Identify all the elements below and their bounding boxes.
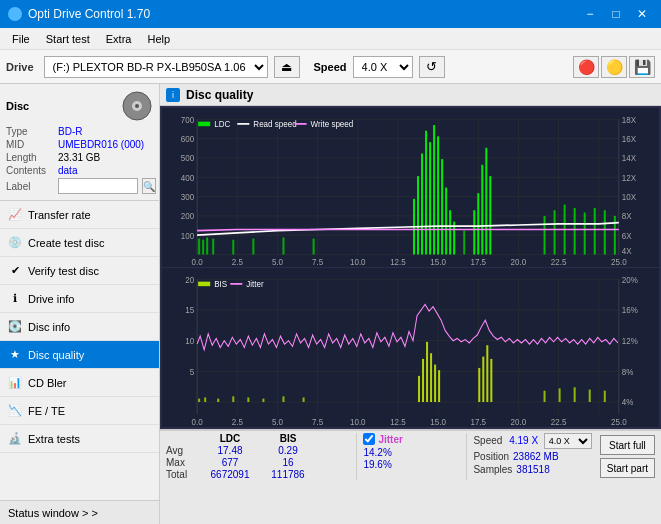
col-bis: BIS: [262, 433, 314, 444]
svg-text:20.0: 20.0: [511, 256, 527, 267]
svg-rect-50: [198, 239, 200, 255]
sidebar-item-label-extra-tests: Extra tests: [28, 433, 80, 445]
svg-rect-73: [485, 148, 487, 255]
svg-text:22.5: 22.5: [551, 416, 567, 427]
svg-text:0.0: 0.0: [192, 416, 203, 427]
svg-rect-131: [247, 397, 249, 402]
svg-text:7.5: 7.5: [312, 256, 323, 267]
verify-test-disc-icon: ✔: [8, 264, 22, 278]
svg-text:12%: 12%: [622, 336, 638, 347]
start-full-button[interactable]: Start full: [600, 435, 655, 455]
svg-text:16%: 16%: [622, 305, 638, 316]
svg-text:17.5: 17.5: [470, 416, 486, 427]
minimize-button[interactable]: −: [579, 5, 601, 23]
sidebar-item-drive-info[interactable]: ℹ Drive info: [0, 285, 159, 313]
svg-rect-140: [438, 370, 440, 402]
svg-text:12.5: 12.5: [390, 416, 406, 427]
speed-select[interactable]: 4.0 X: [353, 56, 413, 78]
svg-rect-80: [594, 208, 596, 255]
sidebar-item-extra-tests[interactable]: 🔬 Extra tests: [0, 425, 159, 453]
svg-point-2: [135, 104, 139, 108]
svg-text:15.0: 15.0: [430, 416, 446, 427]
svg-rect-147: [574, 387, 576, 402]
sidebar-item-disc-quality[interactable]: ★ Disc quality: [0, 341, 159, 369]
toolbar-btn-save[interactable]: 💾: [629, 56, 655, 78]
toolbar-btn-1[interactable]: 🔴: [573, 56, 599, 78]
svg-text:7.5: 7.5: [312, 416, 323, 427]
stats-max-ldc: 677: [198, 457, 262, 468]
samples-label: Samples: [473, 464, 512, 475]
eject-button[interactable]: ⏏: [274, 56, 300, 78]
jitter-max-val: 19.6%: [363, 459, 391, 470]
sidebar-item-create-test-disc[interactable]: 💿 Create test disc: [0, 229, 159, 257]
app-icon: [8, 7, 22, 21]
svg-rect-69: [463, 231, 465, 255]
sidebar-item-label-verify-test-disc: Verify test disc: [28, 265, 99, 277]
svg-text:0.0: 0.0: [192, 256, 203, 267]
sidebar-item-verify-test-disc[interactable]: ✔ Verify test disc: [0, 257, 159, 285]
disc-title: Disc: [6, 100, 29, 112]
menu-file[interactable]: File: [4, 31, 38, 47]
menu-extra[interactable]: Extra: [98, 31, 140, 47]
svg-rect-139: [434, 365, 436, 402]
disc-length-value: 23.31 GB: [58, 152, 100, 163]
maximize-button[interactable]: □: [605, 5, 627, 23]
svg-text:6X: 6X: [622, 230, 632, 241]
sidebar-item-cd-bler[interactable]: 📊 CD Bler: [0, 369, 159, 397]
stats-table: LDC BIS Avg 17.48 0.29 Max 677 16: [166, 433, 356, 480]
svg-rect-136: [422, 359, 424, 402]
disc-label-row: Label 🔍: [6, 178, 153, 194]
sidebar-item-label-create-test-disc: Create test disc: [28, 237, 104, 249]
disc-label-btn[interactable]: 🔍: [142, 178, 156, 194]
jitter-checkbox[interactable]: [363, 433, 375, 445]
svg-text:400: 400: [181, 172, 195, 183]
disc-label-input[interactable]: [58, 178, 138, 194]
action-buttons: Start full Start part: [592, 433, 655, 480]
stats-footer: LDC BIS Avg 17.48 0.29 Max 677 16: [160, 429, 661, 524]
svg-rect-142: [482, 357, 484, 402]
svg-rect-63: [433, 125, 435, 254]
svg-rect-75: [544, 216, 546, 255]
disc-fields: Type BD-R MID UMEBDR016 (000) Length 23.…: [6, 126, 153, 194]
svg-text:8X: 8X: [622, 211, 632, 222]
start-part-button[interactable]: Start part: [600, 458, 655, 478]
svg-text:25.0: 25.0: [611, 416, 627, 427]
svg-rect-146: [559, 388, 561, 402]
disc-quality-title: Disc quality: [186, 88, 253, 102]
disc-contents-label: Contents: [6, 165, 54, 176]
sidebar-item-fe-te[interactable]: 📉 FE / TE: [0, 397, 159, 425]
svg-rect-79: [584, 212, 586, 254]
svg-rect-82: [614, 216, 616, 255]
speed-stat-value: 4.19 X: [509, 435, 538, 446]
close-button[interactable]: ✕: [631, 5, 653, 23]
svg-rect-83: [198, 122, 210, 127]
svg-text:2.5: 2.5: [232, 256, 243, 267]
svg-rect-134: [303, 397, 305, 402]
sidebar-item-label-disc-quality: Disc quality: [28, 349, 84, 361]
svg-rect-57: [313, 239, 315, 255]
col-ldc: LDC: [198, 433, 262, 444]
speed-stat-select[interactable]: 4.0 X: [544, 433, 592, 449]
stats-max-label: Max: [166, 457, 198, 468]
sidebar-item-transfer-rate[interactable]: 📈 Transfer rate: [0, 201, 159, 229]
menu-help[interactable]: Help: [139, 31, 178, 47]
svg-rect-149: [604, 391, 606, 402]
toolbar-btn-2[interactable]: 🟡: [601, 56, 627, 78]
status-window-button[interactable]: Status window > >: [0, 500, 159, 524]
svg-text:Jitter: Jitter: [246, 279, 264, 290]
stats-avg-bis: 0.29: [262, 445, 314, 456]
toolbar-icons: 🔴 🟡 💾: [573, 56, 655, 78]
drive-select[interactable]: (F:) PLEXTOR BD-R PX-LB950SA 1.06: [44, 56, 268, 78]
jitter-label: Jitter: [378, 434, 402, 445]
sidebar-item-disc-info[interactable]: 💽 Disc info: [0, 313, 159, 341]
svg-rect-60: [421, 153, 423, 254]
svg-rect-52: [206, 237, 208, 254]
svg-rect-132: [262, 399, 264, 402]
drive-label: Drive: [6, 61, 34, 73]
svg-rect-61: [425, 131, 427, 255]
svg-text:Read speed: Read speed: [253, 119, 296, 130]
menu-start-test[interactable]: Start test: [38, 31, 98, 47]
speed-refresh-button[interactable]: ↺: [419, 56, 445, 78]
svg-rect-150: [198, 282, 210, 287]
svg-text:10.0: 10.0: [350, 416, 366, 427]
